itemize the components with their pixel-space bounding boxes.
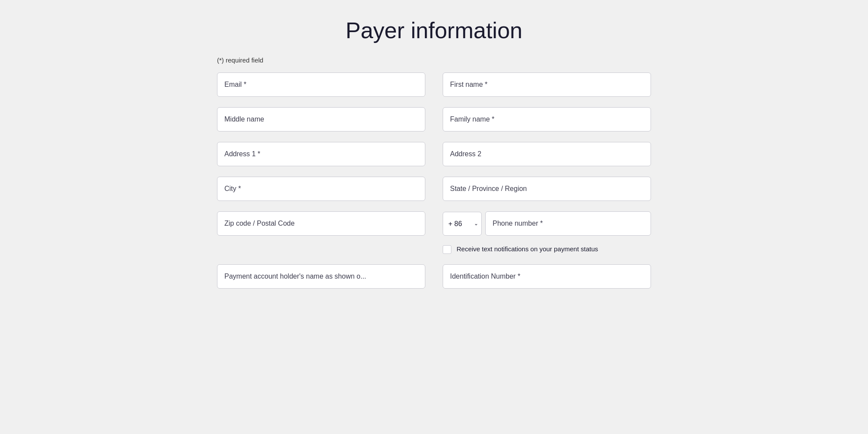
city-field: [217, 177, 425, 201]
phone-number-input[interactable]: [485, 211, 651, 236]
sms-notification-row: Receive text notifications on your payme…: [443, 244, 651, 254]
city-input[interactable]: [217, 177, 425, 201]
email-input[interactable]: [217, 72, 425, 97]
payment-account-input[interactable]: [217, 264, 425, 289]
page-title: Payer information: [217, 17, 651, 43]
family-name-field: [443, 107, 651, 132]
address1-field: [217, 142, 425, 166]
first-name-field: [443, 72, 651, 97]
phone-number-field: [485, 211, 651, 236]
phone-section: + 86 ⌄ Receive text notifications on you…: [443, 211, 651, 254]
form-grid: + 86 ⌄ Receive text notifications on you…: [217, 72, 651, 289]
zip-field: [217, 211, 425, 254]
address2-field: [443, 142, 651, 166]
identification-input[interactable]: [443, 264, 651, 289]
zip-input[interactable]: [217, 211, 425, 236]
address1-input[interactable]: [217, 142, 425, 166]
middle-name-input[interactable]: [217, 107, 425, 132]
email-field: [217, 72, 425, 97]
state-input[interactable]: [443, 177, 651, 201]
payment-account-field: [217, 264, 425, 289]
phone-row: + 86 ⌄: [443, 211, 651, 236]
required-note: (*) required field: [217, 56, 651, 64]
identification-field: [443, 264, 651, 289]
sms-notification-checkbox[interactable]: [443, 245, 451, 254]
state-field: [443, 177, 651, 201]
family-name-input[interactable]: [443, 107, 651, 132]
phone-country-wrapper: + 86 ⌄: [443, 211, 482, 236]
phone-country-select[interactable]: + 86: [443, 212, 482, 236]
page-container: Payer information (*) required field: [217, 17, 651, 289]
address2-input[interactable]: [443, 142, 651, 166]
sms-notification-label: Receive text notifications on your payme…: [457, 244, 598, 253]
first-name-input[interactable]: [443, 72, 651, 97]
middle-name-field: [217, 107, 425, 132]
